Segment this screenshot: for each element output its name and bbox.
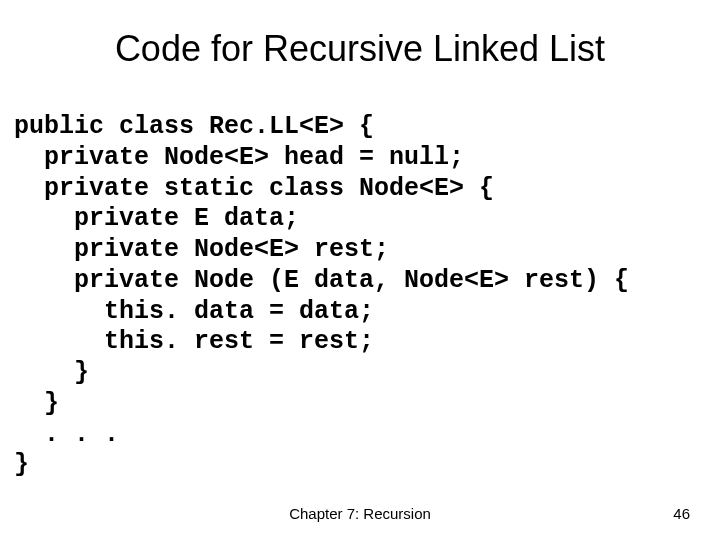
slide: Code for Recursive Linked List public cl… (0, 0, 720, 540)
footer-page-number: 46 (673, 505, 690, 522)
footer-chapter: Chapter 7: Recursion (0, 505, 720, 522)
code-block: public class Rec.LL<E> { private Node<E>… (14, 112, 706, 481)
slide-title: Code for Recursive Linked List (0, 28, 720, 70)
